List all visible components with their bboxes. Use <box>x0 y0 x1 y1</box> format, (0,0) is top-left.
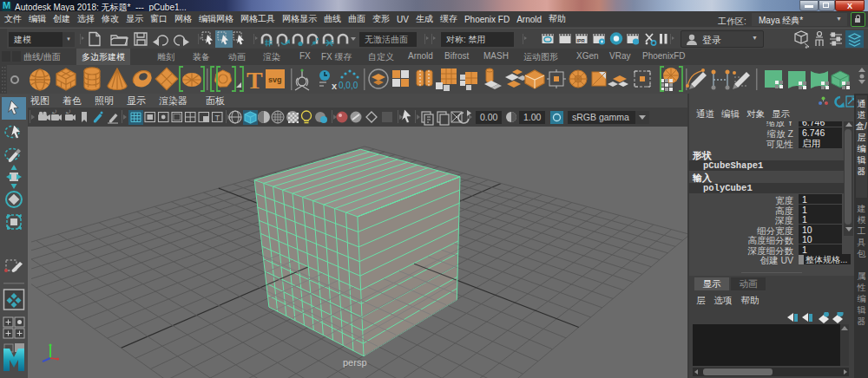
svg-text:0.00: 0.00 <box>480 112 498 122</box>
svg-text:sRGB gamma: sRGB gamma <box>572 112 629 122</box>
svg-text:1.00: 1.00 <box>523 112 542 122</box>
svg-text:T: T <box>215 113 220 122</box>
svg-text:0,0,0: 0,0,0 <box>339 81 358 90</box>
svg-text:persp: persp <box>343 357 367 368</box>
svg-text:svg: svg <box>268 75 282 84</box>
svg-text:⤾: ⤾ <box>66 109 70 114</box>
svg-text:T: T <box>247 67 263 94</box>
svg-text:⤾: ⤾ <box>52 109 56 114</box>
svg-text:x: x <box>332 81 338 91</box>
